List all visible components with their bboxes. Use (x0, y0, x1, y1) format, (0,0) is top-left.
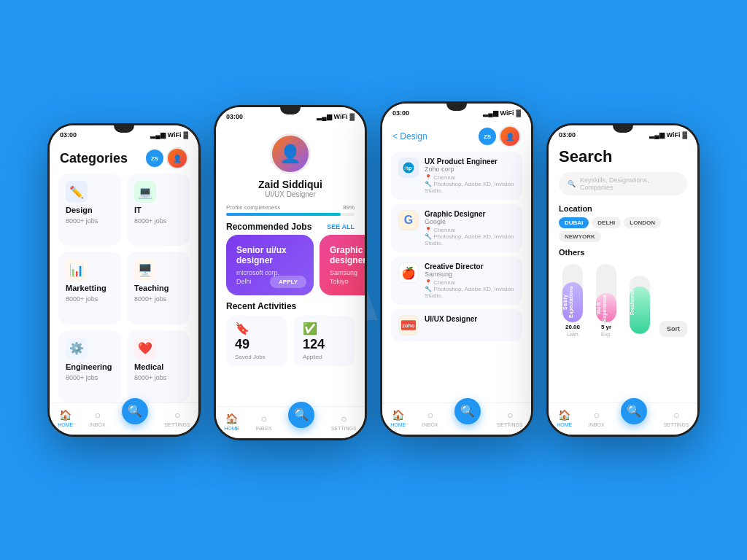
salary-track[interactable]: Salary Expectations (562, 264, 583, 322)
nav-home[interactable]: 🏠 HOME (58, 409, 73, 427)
see-all-link[interactable]: SEE ALL (327, 223, 355, 230)
company-logo-hp: hp (398, 158, 419, 178)
saved-count: 49 (235, 337, 249, 352)
freshness-slider: Freshness (626, 276, 654, 337)
categories-header: Categories ZS 👤 (50, 141, 198, 174)
experience-slider: Work Experience 5 yr Exp. (592, 264, 620, 337)
chip-london[interactable]: LONDON (624, 217, 661, 228)
nav-settings[interactable]: ○ SETTINGS (664, 409, 689, 427)
category-it[interactable]: 💻 IT 8000+ jobs (127, 174, 190, 246)
job-card-graphic[interactable]: Graphic designer Samsung Tokiyo (320, 235, 365, 295)
it-icon: 💻 (134, 181, 156, 203)
nav-inbox[interactable]: ○ INBOX (90, 409, 106, 427)
search-button[interactable]: 🔍 (621, 398, 647, 424)
sort-button[interactable]: Sort (659, 321, 687, 337)
category-marketing[interactable]: 📊 Marketting 8000+ jobs (58, 252, 121, 324)
nav-inbox[interactable]: ○ INBOX (256, 413, 272, 431)
salary-value: 20.00 (565, 324, 580, 330)
nav-home[interactable]: 🏠 HOME (390, 409, 406, 427)
category-design[interactable]: ✏️ Design 8000+ jobs (58, 174, 121, 246)
battery-icon: ▓ (516, 109, 521, 117)
search-button[interactable]: 🔍 (288, 402, 314, 428)
category-teaching[interactable]: 🖥️ Teaching 8000+ jobs (127, 252, 190, 324)
search-button[interactable]: 🔍 (122, 398, 148, 424)
nav-settings[interactable]: ○ SETTINGS (331, 413, 357, 431)
status-time: 03:00 (559, 131, 576, 139)
job-list-item[interactable]: zoho UI/UX Designer (391, 309, 522, 341)
wifi-icon: WiFi (667, 131, 681, 139)
cat-jobs: 8000+ jobs (66, 295, 114, 303)
profile-role: UI/UX Designer (265, 190, 315, 198)
experience-value: 5 yr (601, 324, 611, 330)
saved-jobs-card: 🔖 49 Saved Jobs (226, 316, 287, 366)
search-title: Search (559, 147, 687, 166)
search-icon: 🔍 (568, 180, 576, 187)
nav-settings[interactable]: ○ SETTINGS (165, 409, 190, 427)
job-list-item[interactable]: G Graphic Designer Google 📍 Chennai 🔧 Ph… (391, 204, 522, 252)
cat-name: IT (134, 206, 182, 214)
design-header: < Design ZS 👤 (382, 120, 531, 152)
job-list-item[interactable]: 🍎 Creative Director Samsung 📍 Chennai 🔧 … (391, 257, 522, 305)
signal-icon: ▂▄▆ (317, 113, 331, 120)
company-name: Google (425, 218, 515, 225)
chip-newyork[interactable]: NEWYORK (559, 231, 601, 242)
wifi-icon: WiFi (500, 109, 514, 117)
avatar[interactable]: 👤 (166, 147, 188, 169)
job-info: Graphic Designer Google 📍 Chennai 🔧 Phot… (425, 210, 515, 246)
nav-inbox[interactable]: ○ INBOX (422, 409, 438, 427)
company-name: Zoho corp (425, 166, 515, 173)
nav-home[interactable]: 🏠 HOME (557, 409, 572, 427)
status-time: 03:00 (392, 109, 409, 117)
home-icon: 🏠 (59, 409, 71, 421)
location-filter: Location DUBAI DELHI LONDON NEWYORK Othe… (549, 198, 697, 264)
chip-dubai[interactable]: DUBAI (559, 217, 589, 228)
salary-sub: Lakh (567, 332, 578, 337)
search-button[interactable]: 🔍 (454, 398, 481, 424)
location-title: Location (559, 204, 687, 213)
recent-stats: 🔖 49 Saved Jobs ✅ 124 Applied (226, 316, 355, 366)
status-icons: ▂▄▆ WiFi ▓ (150, 131, 188, 139)
category-engineering[interactable]: ⚙️ Engineering 8000+ jobs (58, 330, 121, 402)
job-info: Creative Director Samsung 📍 Chennai 🔧 Ph… (425, 262, 515, 299)
experience-fill: Work Experience (596, 293, 616, 322)
job-skills: 🔧 Photoshop, Adobe XD, Invision Studio, (425, 286, 515, 299)
profile-name: Zaid Siddiqui (258, 179, 322, 190)
search-input[interactable]: 🔍 Keyskills, Designations, Companies (559, 172, 687, 195)
location-chips: DUBAI DELHI LONDON NEWYORK (559, 217, 687, 242)
battery-icon: ▓ (349, 113, 355, 120)
category-medical[interactable]: ❤️ Medical 8000+ jobs (127, 330, 190, 402)
job-card-ux[interactable]: Senior ui/ux designer microsoft corp. De… (226, 235, 314, 295)
cat-name: Design (66, 206, 114, 214)
apply-button[interactable]: APPLY (270, 276, 306, 288)
job-company: Samsung (330, 269, 365, 276)
status-icons: ▂▄▆ WiFi ▓ (317, 113, 355, 120)
job-title: UX Product Engineer (425, 158, 515, 166)
experience-track[interactable]: Work Experience (596, 264, 616, 322)
nav-home[interactable]: 🏠 HOME (224, 413, 239, 431)
freshness-track[interactable]: Freshness (630, 276, 650, 334)
design-icon: ✏️ (66, 181, 88, 203)
job-info: UX Product Engineer Zoho corp 📍 Chennai … (425, 158, 515, 194)
nav-label: HOME (58, 422, 73, 427)
chip-delhi[interactable]: DELHI (592, 217, 621, 228)
avatar[interactable]: 👤 (499, 125, 521, 147)
job-title: Senior ui/ux designer (236, 245, 303, 266)
saved-label: Saved Jobs (235, 354, 266, 360)
status-icons: ▂▄▆ WiFi ▓ (483, 109, 521, 117)
status-time: 03:00 (60, 131, 77, 139)
job-skills: 🔧 Photoshop, Adobe XD, Invision Studio, (425, 233, 515, 246)
cat-jobs: 8000+ jobs (66, 374, 114, 381)
inbox-icon: ○ (260, 413, 266, 424)
nav-label: HOME (557, 422, 572, 427)
avatar-initials: ZS (146, 149, 163, 167)
cat-jobs: 8000+ jobs (134, 217, 182, 225)
recommended-header: Recommended Jobs SEE ALL (216, 216, 365, 235)
signal-icon: ▂▄▆ (649, 131, 664, 139)
nav-settings[interactable]: ○ SETTINGS (498, 409, 523, 427)
cat-jobs: 8000+ jobs (134, 295, 182, 303)
back-button[interactable]: < Design (392, 131, 427, 141)
job-list-item[interactable]: hp UX Product Engineer Zoho corp 📍 Chenn… (391, 152, 522, 200)
cat-name: Medical (134, 362, 182, 371)
jobs-scroll: Senior ui/ux designer microsoft corp. De… (216, 235, 365, 301)
nav-inbox[interactable]: ○ INBOX (589, 409, 605, 427)
